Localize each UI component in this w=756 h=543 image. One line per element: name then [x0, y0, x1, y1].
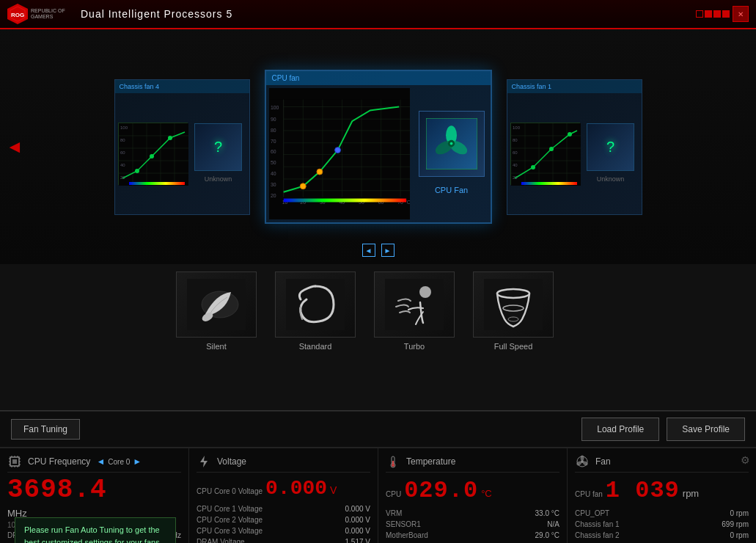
fan-card-chassis4[interactable]: Chassis fan 4 [114, 79, 250, 215]
standard-mode-label: Standard [299, 342, 332, 351]
svg-point-87 [419, 286, 431, 298]
fan-metric-title: Fan [595, 456, 611, 467]
voltage-title: Voltage [217, 456, 246, 467]
chassis1-fan-value: 699 rpm [722, 520, 749, 528]
load-profile-button[interactable]: Load Profile [581, 418, 659, 441]
chassis1-title: Chassis fan 1 [507, 80, 642, 93]
cpu-fan-content: 100 90 80 70 60 50 40 30 20 [266, 85, 491, 222]
fan-card-cpu[interactable]: CPU fan 100 90 80 70 60 50 4 [265, 70, 492, 224]
chassis1-fan-label: Chassis fan 1 [575, 520, 620, 528]
svg-marker-106 [200, 456, 208, 467]
voltage-panel: Voltage CPU Core 0 Voltage 0.000 V CPU C… [189, 448, 378, 543]
svg-rect-93 [12, 459, 17, 464]
fan-mode-turbo[interactable]: Turbo [370, 272, 458, 351]
vrm-temp-row: VRM 33.0 °C [386, 509, 559, 518]
close-button[interactable]: ✕ [733, 6, 749, 22]
svg-text:80: 80 [513, 138, 518, 142]
core2-voltage-row: CPU Core 2 Voltage 0.000 V [197, 515, 370, 525]
svg-point-110 [392, 464, 394, 467]
tooltip-box: Please run Fan Auto Tuning to get the be… [15, 517, 176, 543]
chassis4-question: ? [214, 139, 222, 156]
svg-rect-81 [521, 182, 577, 185]
fullspeed-mode-icon [473, 272, 554, 338]
grid-sq3[interactable] [713, 10, 721, 18]
chassis4-3d-icon: ? [194, 123, 242, 171]
chassis1-question: ? [606, 139, 614, 156]
turbo-mode-svg [385, 279, 444, 330]
vrm-temp-value: 33.0 °C [535, 509, 559, 517]
rog-text: REPUBLIC OF GAMERS [31, 8, 65, 21]
fullspeed-mode-svg [484, 279, 543, 330]
svg-text:60: 60 [270, 150, 276, 155]
nav-left-arrow[interactable]: ◄ [6, 136, 23, 157]
sensor1-row: SENSOR1 N/A [386, 520, 559, 529]
cpu-fan-title: CPU fan [266, 71, 491, 85]
fan-mode-fullspeed[interactable]: Full Speed [469, 272, 557, 351]
app-logo: ROG REPUBLIC OF GAMERS [7, 3, 66, 25]
svg-text:60: 60 [120, 150, 125, 155]
cpu-opt-value: 0 rpm [730, 509, 749, 517]
svg-point-113 [581, 456, 584, 461]
fan-modes-list: Silent Standard [158, 264, 572, 374]
core-selector: ◄ Core 0 ► [96, 456, 142, 467]
titlebar: ROG REPUBLIC OF GAMERS Dual Intelligent … [0, 0, 756, 29]
core-label: Core 0 [108, 458, 130, 466]
fan-mode-silent[interactable]: Silent [172, 272, 260, 351]
chassis1-content: 100 80 60 40 20 [507, 93, 642, 214]
chassis2-fan-value: 0 rpm [730, 531, 749, 539]
svg-text:90: 90 [270, 117, 276, 122]
cpu-opt-label: CPU_OPT [575, 509, 609, 517]
grid-sq4[interactable] [722, 10, 730, 18]
svg-point-62 [449, 142, 452, 145]
window-controls: ✕ [696, 6, 749, 22]
chassis4-graph-svg: 100 80 60 40 20 [119, 123, 188, 186]
dram-voltage-value: 1.517 V [345, 538, 370, 543]
fan-card-chassis1[interactable]: Chassis fan 1 [507, 79, 642, 215]
main-area: ◄ Chassis fan 4 [0, 29, 756, 411]
core2-voltage-value: 0.000 V [345, 516, 370, 524]
svg-text:ROG: ROG [11, 12, 24, 18]
cpu-fan-graph: 100 90 80 70 60 50 40 30 20 [269, 88, 410, 219]
core2-voltage-label: CPU Core 2 Voltage [197, 516, 263, 524]
cpu-fan-rpm-unit: rpm [683, 488, 699, 499]
cpu-temp-unit: °C [481, 488, 492, 499]
fan-mode-standard[interactable]: Standard [271, 272, 359, 351]
temp-title: Temperature [406, 456, 455, 467]
cpu-fan-3d-icon [419, 111, 485, 177]
nav-prev-arrow[interactable]: ◄ [362, 244, 375, 257]
nav-next-arrow[interactable]: ► [381, 244, 394, 257]
svg-text:100: 100 [120, 125, 128, 130]
svg-point-46 [316, 169, 322, 175]
chassis1-3d-icon: ? [587, 123, 634, 171]
svg-text:100: 100 [513, 125, 521, 130]
grid-sq1[interactable] [696, 10, 703, 18]
cpu-temp-value: 029.0 [404, 477, 478, 504]
cpu-freq-icon [7, 454, 22, 469]
chassis4-content: 100 80 60 40 20 [115, 93, 249, 214]
fan-tuning-button[interactable]: Fan Tuning [11, 419, 80, 440]
svg-text:30: 30 [270, 182, 276, 187]
core3-voltage-value: 0.000 V [345, 527, 370, 535]
standard-mode-svg [286, 279, 345, 330]
grid-sq2[interactable] [705, 10, 712, 18]
svg-text:80: 80 [120, 138, 125, 142]
core-right-arrow[interactable]: ► [133, 456, 142, 467]
voltage-icon [197, 454, 211, 469]
save-profile-button[interactable]: Save Profile [667, 418, 745, 441]
svg-text:80: 80 [270, 128, 276, 133]
chassis1-graph-svg: 100 80 60 40 20 [511, 123, 581, 186]
sensor1-label: SENSOR1 [386, 520, 421, 528]
standard-mode-icon [275, 272, 356, 338]
core0-voltage-unit: V [330, 484, 337, 496]
fan-modes-area: Please run Fan Auto Tuning to get the be… [0, 264, 756, 385]
svg-text:100: 100 [270, 105, 279, 110]
mb-temp-value: 29.0 °C [535, 531, 559, 539]
fullspeed-mode-label: Full Speed [494, 342, 533, 351]
chassis2-fan-row: Chassis fan 2 0 rpm [575, 531, 749, 540]
fan-gear-icon[interactable]: ⚙ [741, 454, 750, 466]
mb-temp-row: MotherBoard 29.0 °C [386, 531, 559, 540]
core-left-arrow[interactable]: ◄ [96, 456, 105, 467]
svg-point-11 [135, 169, 139, 173]
fan-header: Fan [575, 454, 749, 473]
svg-rect-19 [129, 182, 185, 185]
